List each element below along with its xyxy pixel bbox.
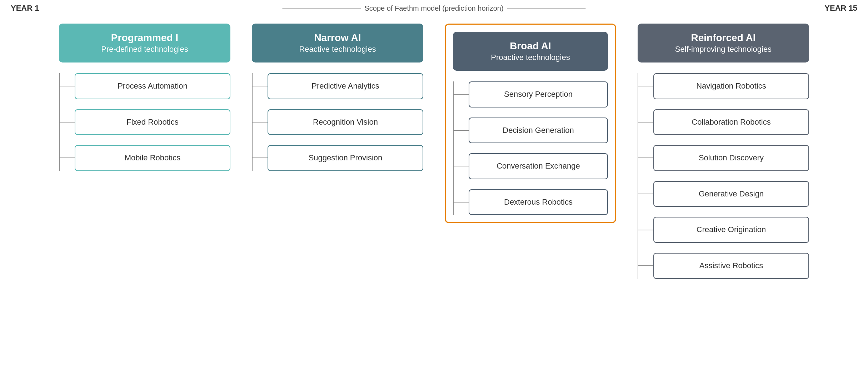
list-item: Fixed Robotics [75,109,230,135]
item-box[interactable]: Sensory Perception [469,81,608,108]
list-item: Solution Discovery [653,145,809,171]
item-box[interactable]: Recognition Vision [268,109,423,135]
column-header-programmed: Programmed IPre-defined technologies [59,24,230,62]
connector-line [59,158,75,158]
list-item: Creative Origination [653,217,809,243]
list-item: Sensory Perception [469,81,608,108]
column-reinforced: Reinforced AISelf-improving technologies… [638,24,809,279]
item-box[interactable]: Navigation Robotics [653,73,809,99]
item-box[interactable]: Predictive Analytics [268,73,423,99]
list-item: Dexterous Robotics [469,189,608,215]
connector-line [638,122,653,122]
item-box[interactable]: Solution Discovery [653,145,809,171]
connector-line [638,86,653,86]
list-item: Collaboration Robotics [653,109,809,135]
scope-container: Scope of Faethm model (prediction horizo… [282,4,585,12]
column-title-programmed: Programmed I [66,31,223,44]
items-container-narrow: Predictive AnalyticsRecognition VisionSu… [252,73,423,171]
list-item: Suggestion Provision [268,145,423,171]
connector-line [59,86,75,86]
list-item: Decision Generation [469,118,608,144]
item-box[interactable]: Creative Origination [653,217,809,243]
column-title-broad: Broad AI [460,40,601,52]
list-item: Recognition Vision [268,109,423,135]
column-subtitle-programmed: Pre-defined technologies [66,44,223,55]
column-header-narrow: Narrow AIReactive technologies [252,24,423,62]
item-box[interactable]: Conversation Exchange [469,153,608,179]
connector-line [59,122,75,122]
connector-line [638,230,653,230]
item-box[interactable]: Collaboration Robotics [653,109,809,135]
column-subtitle-reinforced: Self-improving technologies [645,44,802,55]
item-box[interactable]: Dexterous Robotics [469,189,608,215]
connector-line [252,122,268,122]
item-box[interactable]: Mobile Robotics [75,145,230,171]
column-broad: Broad AIProactive technologiesSensory Pe… [445,24,616,223]
column-narrow: Narrow AIReactive technologiesPredictive… [252,24,423,171]
item-box[interactable]: Generative Design [653,181,809,207]
year-right-label: YEAR 15 [824,4,857,13]
list-item: Process Automation [75,73,230,99]
v-line-reinforced [638,73,638,279]
column-header-broad: Broad AIProactive technologies [453,32,608,71]
connector-line [453,94,469,95]
item-box[interactable]: Fixed Robotics [75,109,230,135]
item-box[interactable]: Suggestion Provision [268,145,423,171]
items-container-programmed: Process AutomationFixed RoboticsMobile R… [59,73,230,171]
connector-line [252,158,268,158]
column-subtitle-broad: Proactive technologies [460,52,601,63]
list-item: Generative Design [653,181,809,207]
items-container-broad: Sensory PerceptionDecision GenerationCon… [453,81,608,215]
connector-line [453,166,469,166]
list-item: Assistive Robotics [653,253,809,279]
items-container-reinforced: Navigation RoboticsCollaboration Robotic… [638,73,809,279]
connector-line [453,130,469,131]
v-line-broad [453,81,454,215]
connector-line [638,194,653,194]
connector-line [638,265,653,266]
connector-line [252,86,268,86]
scope-line-left [282,8,361,9]
item-box[interactable]: Decision Generation [469,118,608,144]
year-left-label: YEAR 1 [11,4,39,13]
item-box[interactable]: Assistive Robotics [653,253,809,279]
column-title-reinforced: Reinforced AI [645,31,802,44]
list-item: Conversation Exchange [469,153,608,179]
column-subtitle-narrow: Reactive technologies [259,44,416,55]
item-box[interactable]: Process Automation [75,73,230,99]
list-item: Mobile Robotics [75,145,230,171]
column-programmed: Programmed IPre-defined technologiesProc… [59,24,230,171]
scope-line-right [507,8,586,9]
column-title-narrow: Narrow AI [259,31,416,44]
main-content: Programmed IPre-defined technologiesProc… [0,16,868,286]
column-header-reinforced: Reinforced AISelf-improving technologies [638,24,809,62]
connector-line [638,158,653,158]
list-item: Predictive Analytics [268,73,423,99]
list-item: Navigation Robotics [653,73,809,99]
top-bar: YEAR 1 Scope of Faethm model (prediction… [0,0,868,16]
scope-label: Scope of Faethm model (prediction horizo… [361,4,507,12]
connector-line [453,202,469,202]
